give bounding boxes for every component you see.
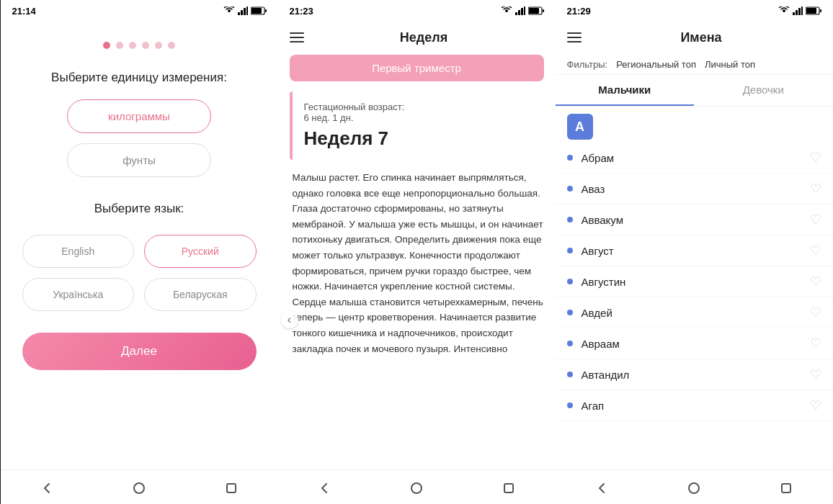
heart-icon[interactable]: ♡ (810, 243, 821, 258)
svg-rect-23 (798, 8, 801, 15)
time-3: 21:29 (567, 6, 591, 17)
nav-bar-2 (278, 469, 556, 504)
back-nav-3[interactable] (593, 480, 610, 497)
battery-icon-3 (806, 6, 821, 15)
name-text: Автандил (582, 369, 810, 381)
russian-btn[interactable]: Русский (144, 235, 257, 268)
pounds-btn[interactable]: фунты (67, 143, 211, 177)
svg-rect-4 (246, 6, 248, 15)
status-icons-2 (501, 6, 544, 15)
heart-icon[interactable]: ♡ (810, 181, 821, 197)
svg-point-0 (228, 9, 231, 12)
status-bar-3: 21:29 (556, 0, 833, 20)
phone1: 21:14 Выберите единицу измерения: килогр… (1, 0, 278, 504)
name-dot (567, 248, 573, 253)
nav-bar-3 (556, 469, 833, 504)
wifi-icon-1 (223, 6, 235, 15)
kilograms-btn[interactable]: килограммы (67, 99, 211, 133)
svg-rect-9 (227, 484, 236, 492)
dot-4 (142, 42, 149, 49)
filters-label: Фильтры: (567, 59, 608, 70)
trimester-badge: Первый триместр (290, 55, 544, 81)
filter-personal[interactable]: Личный топ (705, 59, 755, 70)
svg-rect-2 (241, 10, 243, 15)
ukrainian-btn[interactable]: Українська (22, 278, 135, 311)
battery-icon-2 (528, 6, 544, 15)
svg-rect-16 (529, 8, 539, 14)
svg-rect-19 (504, 484, 513, 492)
name-text: Аввакум (582, 214, 810, 226)
back-nav-2[interactable] (316, 480, 333, 497)
recents-nav-3[interactable] (778, 480, 795, 497)
svg-rect-22 (796, 10, 798, 15)
week-card: Гестационный возраст: 6 нед. 1 дн. Недел… (290, 91, 544, 160)
name-dot (567, 402, 573, 408)
week-content-area[interactable]: Малыш растет. Его спинка начинает выпрям… (278, 170, 556, 469)
heart-icon[interactable]: ♡ (810, 305, 821, 320)
week-number: Неделя 7 (304, 127, 533, 150)
letter-badge-a: А (567, 114, 593, 140)
tab-boys[interactable]: Мальчики (556, 75, 695, 106)
heart-icon[interactable]: ♡ (810, 366, 821, 382)
back-nav-1[interactable] (38, 480, 55, 497)
svg-rect-27 (820, 9, 821, 12)
svg-rect-29 (782, 484, 790, 492)
svg-point-28 (689, 483, 699, 493)
list-item: Август ♡ (556, 235, 833, 266)
time-1: 21:14 (12, 6, 36, 17)
svg-point-18 (411, 483, 422, 493)
name-text: Авраам (582, 338, 810, 350)
belarusian-btn[interactable]: Беларуская (144, 278, 257, 311)
name-dot (567, 341, 573, 346)
progress-dots (103, 42, 175, 49)
svg-rect-1 (238, 12, 240, 15)
svg-rect-13 (521, 8, 523, 15)
language-grid: English Русский Українська Беларуская (22, 235, 257, 311)
phone3: 21:29 Имена Фильтры: Региональный топ Ли… (556, 0, 833, 504)
recents-nav-1[interactable] (223, 480, 240, 497)
svg-point-20 (783, 9, 785, 12)
name-text: Абрам (582, 152, 810, 164)
next-button[interactable]: Далее (22, 333, 257, 370)
phone2-header: Неделя (278, 20, 556, 55)
heart-icon[interactable]: ♡ (810, 212, 821, 228)
scroll-left-arrow[interactable]: ‹ (281, 311, 298, 328)
heart-icon[interactable]: ♡ (810, 150, 821, 166)
wifi-icon-3 (778, 6, 790, 15)
phones-container: 21:14 Выберите единицу измерения: килогр… (0, 0, 833, 504)
menu-button-3[interactable] (567, 32, 582, 42)
heart-icon[interactable]: ♡ (810, 336, 821, 351)
heart-icon[interactable]: ♡ (810, 274, 821, 289)
home-nav-2[interactable] (408, 480, 425, 497)
home-nav-3[interactable] (685, 480, 703, 497)
wifi-icon-2 (501, 6, 512, 15)
name-text: Август (582, 245, 810, 257)
english-btn[interactable]: English (22, 235, 135, 268)
dot-2 (116, 42, 123, 49)
list-item: Авдей ♡ (556, 297, 833, 328)
dot-1 (103, 42, 110, 49)
svg-point-8 (134, 483, 144, 493)
filter-regional[interactable]: Региональный топ (616, 59, 696, 70)
name-dot (567, 155, 573, 161)
list-item: Автандил ♡ (556, 359, 833, 390)
tab-girls[interactable]: Девочки (694, 75, 833, 106)
heart-icon[interactable]: ♡ (810, 397, 821, 413)
phone2: 21:23 Неделя Первый триместр Гестационны… (278, 0, 556, 504)
list-item: Аваз ♡ (556, 174, 833, 204)
list-item: Аввакум ♡ (556, 204, 833, 235)
header-title-2: Неделя (304, 30, 544, 45)
home-nav-1[interactable] (130, 480, 148, 497)
menu-button-2[interactable] (290, 32, 304, 42)
svg-point-10 (505, 9, 508, 12)
phone1-main: Выберите единицу измерения: килограммы ф… (1, 20, 278, 469)
svg-rect-7 (265, 9, 267, 12)
recents-nav-2[interactable] (500, 480, 517, 497)
filters-row: Фильтры: Региональный топ Личный топ (556, 55, 833, 75)
name-text: Авдей (582, 307, 810, 319)
svg-rect-26 (806, 8, 816, 14)
list-item: Агап ♡ (556, 390, 833, 421)
status-bar-2: 21:23 (278, 0, 556, 20)
nav-bar-1 (1, 469, 278, 504)
name-text: Аваз (582, 183, 810, 195)
